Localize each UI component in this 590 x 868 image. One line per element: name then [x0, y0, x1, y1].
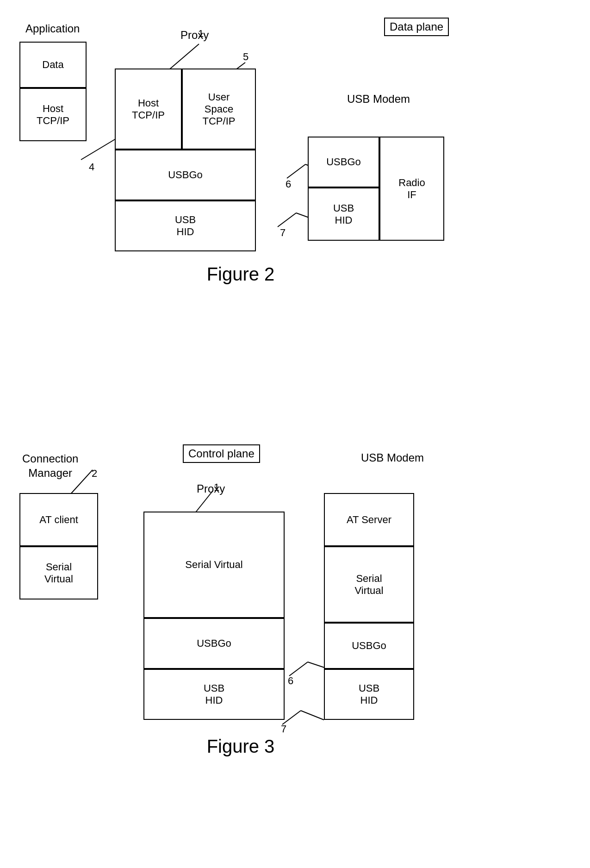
control-plane-label: Control plane	[183, 444, 260, 463]
proxy-usbgo-box: USBGo	[115, 150, 256, 200]
fig3-usb-modem-label: USB Modem	[361, 451, 424, 464]
connection-manager-label: Connection Manager	[22, 451, 78, 480]
fig2-num6: 6	[286, 178, 291, 190]
modem-usbgo-box-fig3: USBGo	[324, 623, 414, 669]
proxy-tcpip-box: Host TCP/IP	[115, 69, 182, 150]
fig2-proxy-label: Proxy	[180, 29, 209, 42]
svg-line-5	[278, 213, 296, 227]
cm-serial-box: Serial Virtual	[19, 546, 98, 599]
modem-usbhid-box: USB HID	[308, 187, 379, 241]
fig3-num1: 1	[214, 481, 219, 493]
modem-atserver-box: AT Server	[324, 493, 414, 546]
modem-usbgo-box: USBGo	[308, 137, 379, 187]
fig2-num4: 4	[89, 161, 94, 173]
proxy-usbhid-box-fig3: USB HID	[143, 669, 285, 720]
application-label: Application	[25, 22, 80, 35]
proxy-serial-box: Serial Virtual	[143, 512, 285, 618]
modem-serial-box: Serial Virtual	[324, 546, 414, 623]
app-data-box: Data	[19, 42, 87, 88]
svg-line-12	[301, 711, 324, 720]
proxy-usbgo-box-fig3: USBGo	[143, 618, 285, 669]
modem-usbhid-box-fig3: USB HID	[324, 669, 414, 720]
figure2-title: Figure 2	[171, 264, 310, 285]
svg-line-0	[167, 44, 199, 72]
app-tcpip-box: Host TCP/IP	[19, 88, 87, 141]
fig2-num7: 7	[280, 227, 286, 239]
fig2-num1: 1	[198, 28, 204, 40]
data-plane-label: Data plane	[384, 18, 449, 36]
proxy-userspace-box: User Space TCP/IP	[182, 69, 256, 150]
fig3-num6: 6	[288, 675, 293, 687]
fig2-num5: 5	[243, 51, 248, 63]
fig3-num2: 2	[92, 468, 97, 480]
svg-line-1	[81, 139, 116, 160]
fig3-num7: 7	[281, 723, 286, 735]
figure3-title: Figure 3	[171, 736, 310, 757]
cm-atclient-box: AT client	[19, 493, 98, 546]
fig2-usb-modem-label: USB Modem	[347, 93, 410, 106]
fig3-proxy-label: Proxy	[197, 482, 225, 495]
proxy-usbhid-box: USB HID	[115, 200, 256, 251]
svg-line-9	[289, 662, 308, 676]
svg-line-3	[287, 164, 305, 178]
svg-line-11	[282, 711, 301, 724]
modem-radio-box: Radio IF	[379, 137, 444, 241]
